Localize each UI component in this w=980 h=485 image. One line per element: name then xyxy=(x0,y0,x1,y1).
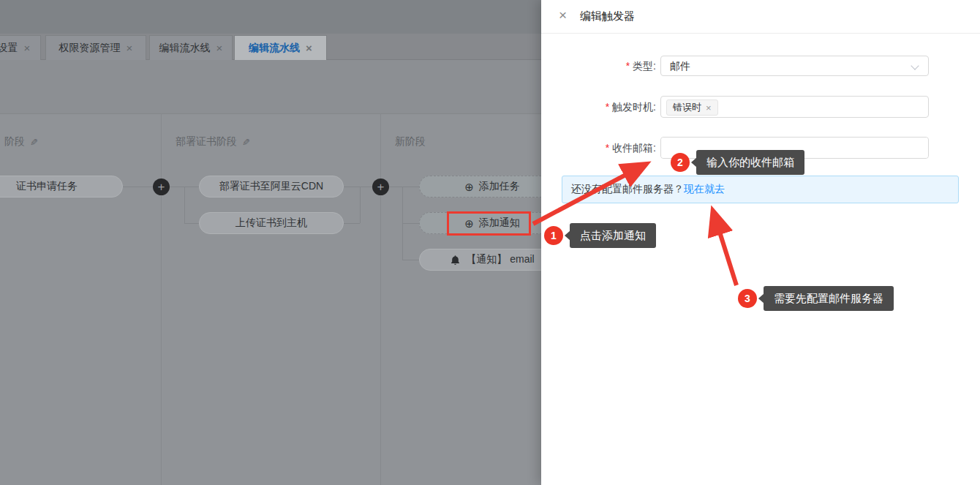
step-3-badge: 3 xyxy=(738,289,757,308)
required-mark: * xyxy=(606,142,609,154)
pipeline-edit-page: 设置 × 权限资源管理 × 编辑流水线 × 编辑流水线 × 阶段 ✎ xyxy=(0,0,541,485)
connector-line xyxy=(344,223,360,224)
bell-icon xyxy=(450,255,461,266)
step-2-tooltip: 输入你的收件邮箱 xyxy=(696,150,804,175)
connector-line xyxy=(402,260,419,260)
close-icon[interactable]: × xyxy=(24,42,31,53)
timing-multiselect[interactable]: 错误时 × xyxy=(660,96,929,118)
required-mark: * xyxy=(626,60,630,72)
plus-circle-icon: ⊕ xyxy=(464,218,474,229)
field-row-type: *类型: 邮件 xyxy=(541,56,980,76)
stage-divider xyxy=(380,113,381,485)
drawer-header: × 编辑触发器 xyxy=(541,0,980,34)
field-label: *类型: xyxy=(541,56,656,76)
tab-label: 设置 xyxy=(0,42,18,55)
task-node-upload-host[interactable]: 上传证书到主机 xyxy=(199,212,344,234)
connector-line xyxy=(184,187,185,223)
app-window: 设置 × 权限资源管理 × 编辑流水线 × 编辑流水线 × 阶段 ✎ xyxy=(0,0,980,485)
close-icon[interactable]: × xyxy=(127,42,133,53)
required-mark: * xyxy=(606,101,609,113)
step-3-tooltip: 需要先配置邮件服务器 xyxy=(764,286,894,311)
tab-bar: 设置 × 权限资源管理 × 编辑流水线 × 编辑流水线 × xyxy=(0,34,541,60)
timing-tag: 错误时 × xyxy=(666,99,718,116)
field-label: *触发时机: xyxy=(541,96,656,118)
stage-divider xyxy=(161,113,162,485)
configure-now-link[interactable]: 现在就去 xyxy=(684,183,725,196)
tag-close-icon[interactable]: × xyxy=(706,103,712,113)
chevron-down-icon xyxy=(911,61,919,69)
close-icon[interactable]: × xyxy=(216,42,223,53)
close-icon[interactable]: × xyxy=(306,42,312,53)
tab-edit-pipeline-1[interactable]: 编辑流水线 × xyxy=(149,35,233,60)
close-icon[interactable]: × xyxy=(559,8,567,22)
mail-server-alert: 还没有配置邮件服务器？ 现在就去 xyxy=(562,176,959,203)
select-value: 邮件 xyxy=(670,56,690,75)
add-stage-button[interactable]: + xyxy=(372,178,389,195)
tab-label: 编辑流水线 xyxy=(249,42,300,55)
step-1-badge: 1 xyxy=(544,226,563,245)
connector-line xyxy=(402,223,419,224)
step-1-tooltip: 点击添加通知 xyxy=(570,223,656,248)
stage-title-1: 阶段 ✎ xyxy=(4,135,38,148)
type-select[interactable]: 邮件 xyxy=(660,56,929,76)
add-stage-button[interactable]: + xyxy=(153,178,170,195)
tab-label: 权限资源管理 xyxy=(59,42,121,55)
stage-title-2: 部署证书阶段 ✎ xyxy=(176,135,250,148)
tab-edit-pipeline-2-active[interactable]: 编辑流水线 × xyxy=(234,35,327,60)
app-header xyxy=(0,0,541,34)
connector-line xyxy=(360,187,361,223)
pipeline-canvas xyxy=(0,113,541,485)
tab-label: 编辑流水线 xyxy=(159,42,211,55)
connector-line xyxy=(184,223,199,224)
field-label: *收件邮箱: xyxy=(541,137,656,159)
plus-circle-icon: ⊕ xyxy=(464,181,474,192)
edit-pencil-icon[interactable]: ✎ xyxy=(30,137,38,148)
drawer-title: 编辑触发器 xyxy=(580,10,635,23)
step-2-badge: 2 xyxy=(671,153,690,172)
task-node-deploy-cdn[interactable]: 部署证书至阿里云CDN xyxy=(199,176,344,198)
task-node-cert-request[interactable]: 证书申请任务 xyxy=(0,176,123,198)
tab-settings[interactable]: 设置 × xyxy=(0,35,41,60)
tab-permission-resources[interactable]: 权限资源管理 × xyxy=(45,35,146,60)
page-toolbar-area xyxy=(0,60,541,113)
edit-pencil-icon[interactable]: ✎ xyxy=(242,137,250,148)
field-row-timing: *触发时机: 错误时 × xyxy=(541,96,980,118)
stage-title-3: 新阶段 xyxy=(395,135,426,148)
